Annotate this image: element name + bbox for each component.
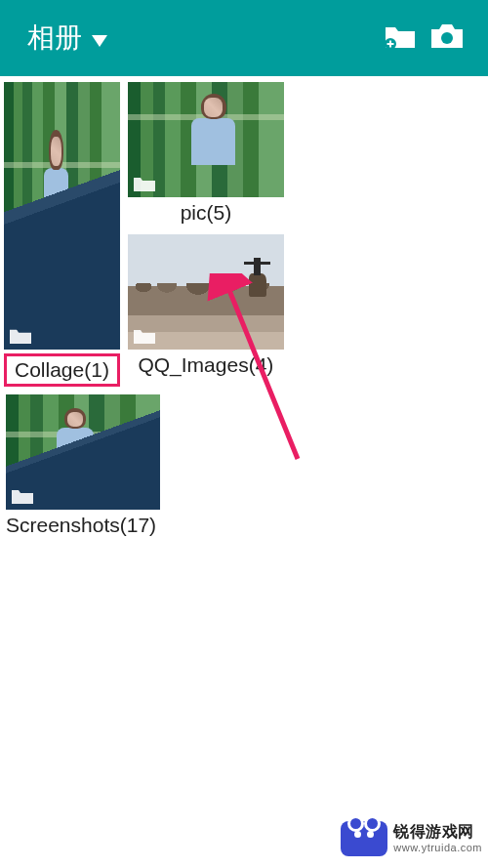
album-dropdown[interactable]: 相册: [27, 20, 107, 57]
app-header: 相册: [0, 0, 488, 76]
new-folder-button[interactable]: [377, 15, 424, 62]
album-collage[interactable]: Collage(1): [4, 82, 120, 393]
camera-icon: [431, 23, 463, 53]
album-screenshots-label-text: Screenshots(17): [4, 510, 160, 543]
watermark-logo-icon: [341, 821, 387, 856]
album-pic-label-text: pic(5): [128, 197, 284, 230]
album-qq-images[interactable]: QQ_Images(4): [128, 234, 284, 383]
new-folder-icon: [386, 23, 415, 53]
folder-icon: [134, 176, 155, 191]
folder-icon: [134, 328, 155, 344]
header-title-text: 相册: [27, 20, 82, 57]
dropdown-triangle-icon: [92, 22, 107, 54]
album-collage-label-text: Collage(1): [4, 353, 120, 387]
watermark-line2: www.ytruida.com: [393, 842, 482, 854]
camera-button[interactable]: [424, 15, 470, 62]
watermark-line1: 锐得游戏网: [393, 823, 482, 841]
album-qq-images-label-text: QQ_Images(4): [128, 350, 284, 383]
svg-point-1: [441, 32, 453, 44]
album-pic[interactable]: pic(5): [128, 82, 284, 230]
album-screenshots[interactable]: Screenshots(17): [4, 394, 160, 543]
albums-grid: Collage(1): [0, 76, 488, 543]
album-label-collage: Collage(1): [4, 350, 120, 393]
folder-icon: [12, 488, 33, 504]
folder-icon: [10, 328, 31, 344]
watermark: 锐得游戏网 www.ytruida.com: [341, 821, 482, 856]
